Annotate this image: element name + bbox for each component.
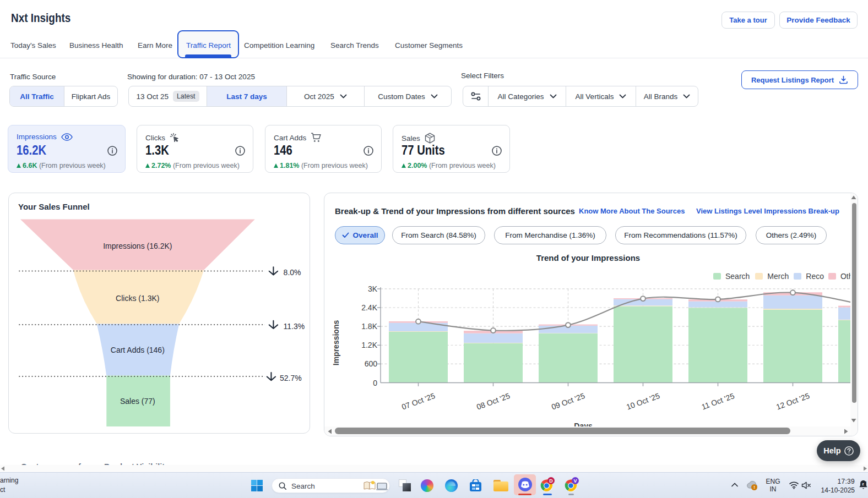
svg-text:3K: 3K [368,284,378,293]
svg-text:z: z [865,480,867,484]
svg-text:10 Oct '25: 10 Oct '25 [625,391,661,412]
svg-text:Impressions (16.2K): Impressions (16.2K) [103,242,172,250]
svg-text:Sales (77): Sales (77) [120,397,155,406]
svg-text:z: z [862,481,864,486]
svg-text:8.0%: 8.0% [284,268,301,277]
svg-text:600: 600 [365,359,378,368]
svg-text:12 Oct '25: 12 Oct '25 [775,391,811,412]
svg-text:09 Oct '25: 09 Oct '25 [550,391,586,412]
svg-text:1.8K: 1.8K [361,322,377,331]
svg-text:Clicks (1.3K): Clicks (1.3K) [116,294,159,303]
svg-text:52.7%: 52.7% [280,374,302,382]
svg-text:11.3%: 11.3% [284,322,305,331]
svg-text:07 Oct '25: 07 Oct '25 [400,391,436,412]
svg-text:2.4K: 2.4K [361,303,377,312]
svg-text:Cart Adds (146): Cart Adds (146) [111,346,165,354]
svg-text:1.2K: 1.2K [361,341,377,349]
svg-text:0: 0 [373,379,377,387]
svg-text:08 Oct '25: 08 Oct '25 [475,391,511,412]
svg-text:11 Oct '25: 11 Oct '25 [700,391,735,411]
svg-text:Impressions: Impressions [332,320,340,366]
